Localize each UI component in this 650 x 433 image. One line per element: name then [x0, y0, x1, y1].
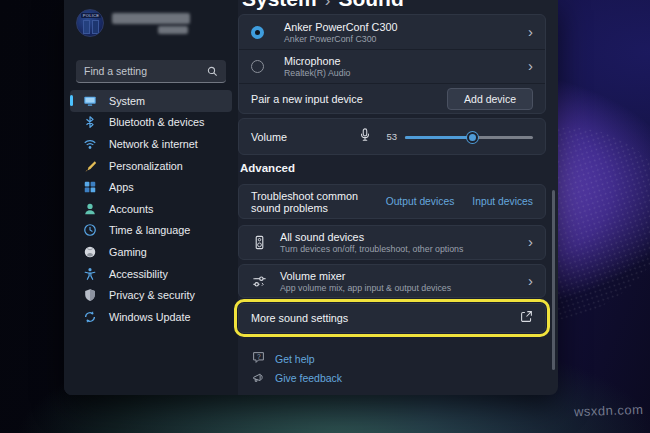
row-title: All sound devices	[280, 231, 528, 243]
windows-update-icon	[82, 309, 97, 324]
breadcrumb: System›Sound	[242, 0, 404, 11]
svg-text:?: ?	[257, 353, 261, 360]
troubleshoot-card: Troubleshoot common sound problems Outpu…	[238, 184, 546, 219]
system-icon	[82, 93, 97, 108]
row-title: Volume mixer	[280, 270, 528, 282]
volume-card: Volume 53	[238, 118, 546, 155]
device-subtitle: Anker PowerConf C300	[284, 34, 528, 44]
selected-accent-bar	[70, 95, 73, 106]
output-devices-link[interactable]: Output devices	[386, 196, 455, 207]
input-device-anker-row[interactable]: Anker PowerConf C300 Anker PowerConf C30…	[239, 15, 545, 49]
apps-icon	[82, 180, 97, 195]
sidebar-item-personalization[interactable]: Personalization	[70, 155, 232, 177]
advanced-section-header: Advanced	[240, 162, 295, 174]
get-help-icon: ?	[252, 350, 265, 368]
network-icon	[82, 136, 97, 151]
personalization-icon	[82, 158, 97, 173]
sidebar-item-accessibility[interactable]: Accessibility	[70, 263, 232, 285]
search-icon[interactable]	[207, 66, 218, 77]
chevron-right-icon: ›	[528, 58, 533, 75]
chevron-right-icon: ›	[528, 234, 533, 251]
device-title: Microphone	[284, 55, 528, 67]
give-feedback-icon	[252, 369, 265, 387]
breadcrumb-current: Sound	[338, 0, 403, 10]
sidebar-item-time-language[interactable]: Time & language	[70, 220, 232, 242]
pair-new-input-device-row: Pair a new input device Add device	[239, 83, 545, 113]
main-content: System›Sound Anker PowerConf C300 Anker …	[238, 0, 558, 395]
breadcrumb-parent[interactable]: System	[242, 0, 317, 10]
breadcrumb-separator: ›	[317, 0, 339, 10]
volume-slider-thumb[interactable]	[467, 132, 478, 143]
sidebar-item-bluetooth-devices[interactable]: Bluetooth & devices	[70, 112, 232, 134]
get-help-link[interactable]: ? Get help	[252, 350, 315, 368]
user-name-redacted	[112, 13, 190, 34]
all-sound-devices-icon	[251, 234, 268, 251]
external-link-icon	[520, 309, 533, 327]
privacy-icon	[82, 288, 97, 303]
chevron-right-icon: ›	[528, 273, 533, 290]
watermark-text: wsxdn.com	[574, 402, 644, 419]
row-title: More sound settings	[251, 312, 520, 324]
sidebar-item-system[interactable]: System	[70, 90, 232, 112]
give-feedback-link[interactable]: Give feedback	[252, 369, 342, 387]
accounts-icon	[82, 201, 97, 216]
volume-label: Volume	[251, 131, 359, 143]
input-devices-card: Anker PowerConf C300 Anker PowerConf C30…	[238, 14, 546, 114]
sidebar-item-privacy-security[interactable]: Privacy & security	[70, 284, 232, 306]
user-account-row[interactable]: POLICE	[76, 9, 190, 37]
troubleshoot-label: Troubleshoot common sound problems	[251, 190, 386, 214]
pair-device-label: Pair a new input device	[251, 93, 447, 105]
volume-slider[interactable]	[405, 131, 533, 143]
chevron-right-icon: ›	[528, 24, 533, 41]
radio-unselected[interactable]	[251, 60, 264, 73]
bluetooth-icon	[82, 115, 97, 130]
radio-selected[interactable]	[251, 26, 264, 39]
device-subtitle: Realtek(R) Audio	[284, 68, 528, 78]
sidebar-item-windows-update[interactable]: Windows Update	[70, 306, 232, 328]
volume-mixer-row[interactable]: Volume mixer App volume mix, app input &…	[238, 264, 546, 298]
search-box[interactable]	[76, 60, 226, 83]
volume-value: 53	[381, 131, 397, 142]
search-input[interactable]	[84, 65, 207, 77]
scrollbar-thumb[interactable]	[552, 190, 555, 370]
sidebar-item-accounts[interactable]: Accounts	[70, 198, 232, 220]
gaming-icon	[82, 244, 97, 259]
settings-window: POLICE System Bluetooth & d	[64, 0, 558, 395]
avatar-police-sign: POLICE	[81, 13, 101, 18]
input-devices-link[interactable]: Input devices	[472, 196, 533, 207]
time-language-icon	[82, 223, 97, 238]
row-subtitle: Turn devices on/off, troubleshoot, other…	[280, 244, 528, 254]
input-device-microphone-row[interactable]: Microphone Realtek(R) Audio ›	[239, 49, 545, 83]
sidebar-item-gaming[interactable]: Gaming	[70, 241, 232, 263]
sidebar: POLICE System Bluetooth & d	[64, 0, 238, 395]
volume-slider-fill	[405, 136, 473, 139]
volume-mixer-icon	[251, 273, 268, 290]
user-avatar: POLICE	[76, 9, 104, 37]
row-subtitle: App volume mix, app input & output devic…	[280, 283, 528, 293]
add-device-button[interactable]: Add device	[447, 88, 533, 110]
sidebar-nav: System Bluetooth & devices Network & int…	[70, 90, 232, 328]
all-sound-devices-row[interactable]: All sound devices Turn devices on/off, t…	[238, 225, 546, 260]
sidebar-item-apps[interactable]: Apps	[70, 176, 232, 198]
microphone-icon	[359, 128, 371, 146]
device-title: Anker PowerConf C300	[284, 21, 528, 33]
sidebar-item-network-internet[interactable]: Network & internet	[70, 133, 232, 155]
accessibility-icon	[82, 266, 97, 281]
more-sound-settings-row[interactable]: More sound settings	[238, 303, 546, 333]
